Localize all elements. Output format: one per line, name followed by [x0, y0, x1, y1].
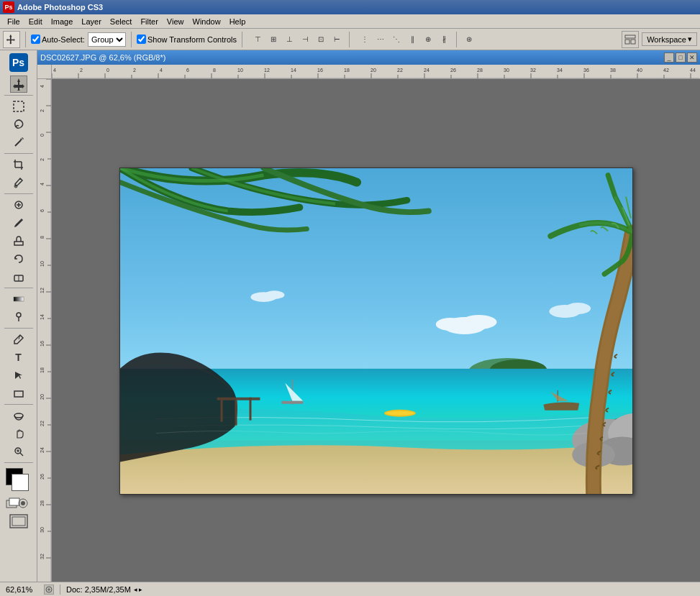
healing-btn[interactable] — [10, 196, 27, 214]
auto-select-dropdown[interactable]: Group — [88, 32, 126, 47]
brush-btn[interactable] — [10, 214, 27, 231]
svg-text:18: 18 — [344, 68, 350, 73]
svg-marker-25 — [15, 372, 22, 379]
path-select-btn[interactable] — [10, 367, 27, 384]
gradient-btn[interactable] — [10, 290, 27, 308]
ruler-corner — [37, 65, 52, 79]
svg-text:32: 32 — [530, 68, 536, 73]
svg-rect-143 — [235, 400, 237, 425]
align-left-btn[interactable]: ⊣ — [298, 32, 312, 47]
workspace-dropdown-icon: ▾ — [688, 35, 692, 44]
dist-right-btn[interactable]: ∦ — [437, 32, 451, 47]
svg-text:4: 4 — [160, 68, 163, 73]
zoom-options-btn[interactable] — [44, 584, 54, 595]
svg-text:6: 6 — [186, 68, 189, 73]
svg-text:28: 28 — [40, 500, 45, 506]
options-bar: Auto-Select: Group Show Transform Contro… — [0, 29, 700, 50]
vertical-ruler: 4 2 0 2 4 6 8 10 12 14 16 18 20 22 — [37, 79, 52, 582]
dist-bottom-btn[interactable]: ⋱ — [389, 32, 404, 47]
menu-help[interactable]: Help — [225, 17, 250, 27]
align-hcenter-btn[interactable]: ⊡ — [314, 32, 328, 47]
foreground-color-swatch[interactable] — [12, 474, 29, 491]
align-vcenter-btn[interactable]: ⊞ — [266, 32, 281, 47]
svg-text:42: 42 — [663, 68, 669, 73]
svg-text:26: 26 — [450, 68, 456, 73]
eyedropper-btn[interactable] — [10, 174, 27, 191]
type-btn[interactable]: T — [10, 349, 27, 366]
workspace-icon-btn[interactable] — [622, 31, 639, 48]
menu-layer[interactable]: Layer — [77, 17, 106, 27]
align-bottom-btn[interactable]: ⊥ — [282, 32, 296, 47]
svg-rect-1 — [625, 35, 635, 38]
history-brush-btn[interactable] — [10, 250, 27, 267]
svg-text:2: 2 — [80, 68, 83, 73]
app-icon: Ps — [3, 1, 14, 13]
crop-tool-btn[interactable] — [10, 156, 27, 173]
svg-text:20: 20 — [40, 394, 45, 400]
svg-text:2: 2 — [40, 158, 45, 161]
show-transform-label[interactable]: Show Transform Controls — [137, 35, 237, 44]
menu-select[interactable]: Select — [106, 17, 137, 27]
color-swatches[interactable] — [6, 468, 32, 494]
doc-minimize-btn[interactable]: _ — [664, 52, 674, 63]
svg-rect-21 — [14, 297, 24, 301]
next-page-arrow[interactable]: ▸ — [139, 586, 142, 593]
zoom-level: 62,61% — [6, 585, 38, 594]
svg-text:40: 40 — [637, 68, 642, 73]
svg-rect-144 — [249, 397, 251, 420]
show-transform-checkbox[interactable] — [137, 35, 146, 44]
svg-rect-18 — [14, 242, 23, 245]
doc-maximize-btn[interactable]: □ — [676, 52, 686, 63]
menu-filter[interactable]: Filter — [136, 17, 162, 27]
svg-line-29 — [20, 453, 23, 456]
ps-logo: Ps — [9, 53, 28, 72]
quick-mask-btn[interactable] — [6, 498, 32, 509]
auto-select-checkbox[interactable] — [31, 35, 40, 44]
zoom-btn[interactable] — [10, 443, 27, 460]
svg-text:12: 12 — [40, 288, 45, 293]
menu-edit[interactable]: Edit — [24, 17, 47, 27]
svg-text:8: 8 — [40, 236, 45, 239]
svg-rect-37 — [12, 517, 25, 526]
3d-rotate-btn[interactable] — [10, 407, 27, 424]
auto-select-label[interactable]: Auto-Select: — [31, 35, 85, 44]
auto-align-btn[interactable]: ⊛ — [462, 32, 476, 47]
doc-close-btn[interactable]: ✕ — [687, 52, 697, 63]
marquee-tool-btn[interactable] — [10, 98, 27, 115]
dist-top-btn[interactable]: ⋮ — [358, 32, 372, 47]
pen-btn[interactable] — [10, 331, 27, 348]
shape-btn[interactable] — [10, 385, 27, 402]
dodge-btn[interactable] — [10, 308, 27, 326]
doc-size-text: Doc: 2,35M/2,35M — [66, 585, 131, 594]
align-top-btn[interactable]: ⊤ — [250, 32, 265, 47]
svg-text:34: 34 — [557, 68, 563, 73]
screen-mode-btn[interactable] — [9, 514, 28, 528]
workspace-button[interactable]: Workspace ▾ — [642, 32, 697, 46]
hand-btn[interactable] — [10, 425, 27, 442]
tool-sep2 — [4, 153, 33, 154]
left-toolbar: Ps — [0, 50, 37, 582]
stamp-btn[interactable] — [10, 232, 27, 249]
prev-page-arrow[interactable]: ◂ — [134, 586, 137, 593]
dist-hcenter-btn[interactable]: ⊕ — [421, 32, 435, 47]
magic-wand-btn[interactable] — [10, 134, 27, 151]
svg-text:0: 0 — [40, 134, 45, 137]
align-right-btn[interactable]: ⊢ — [329, 32, 344, 47]
dist-left-btn[interactable]: ∥ — [405, 32, 419, 47]
svg-text:10: 10 — [237, 68, 243, 73]
dist-vcenter-btn[interactable]: ⋯ — [373, 32, 388, 47]
move-tool-icon[interactable] — [3, 31, 20, 48]
eraser-btn[interactable] — [10, 268, 27, 285]
svg-point-27 — [14, 413, 23, 418]
horizontal-ruler: 4 2 0 2 4 6 8 10 12 14 16 18 20 22 — [52, 65, 700, 79]
move-tool-btn[interactable] — [10, 75, 27, 93]
svg-rect-147 — [281, 400, 303, 403]
svg-rect-2 — [625, 40, 629, 44]
menu-window[interactable]: Window — [188, 17, 225, 27]
menu-view[interactable]: View — [163, 17, 188, 27]
lasso-tool-btn[interactable] — [10, 116, 27, 133]
menu-image[interactable]: Image — [47, 17, 78, 27]
svg-line-6 — [15, 140, 21, 146]
svg-marker-4 — [13, 78, 24, 91]
menu-file[interactable]: File — [3, 17, 24, 27]
